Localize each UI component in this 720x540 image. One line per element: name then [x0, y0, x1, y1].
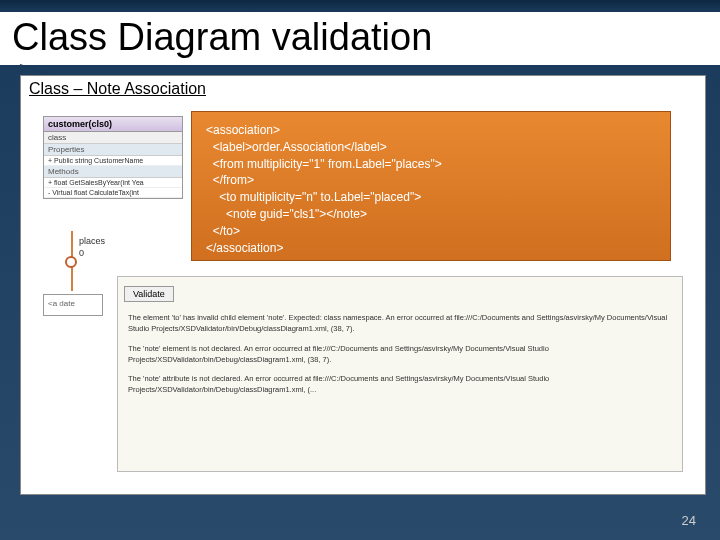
- code-line: <note guid="cls1"></note>: [206, 206, 656, 223]
- top-bar: [0, 0, 720, 12]
- association-endpoint: [65, 256, 77, 268]
- slide-title: Class Diagram validation: [0, 12, 720, 67]
- assoc-mult: 0: [79, 248, 84, 258]
- code-line: </to>: [206, 223, 656, 240]
- code-line: <from multiplicity="1" from.Label="place…: [206, 156, 656, 173]
- error-line: The 'note' attribute is not declared. An…: [128, 373, 672, 396]
- code-line: </association>: [206, 240, 656, 257]
- validation-panel: Validate The element 'to' has invalid ch…: [117, 276, 683, 472]
- assoc-label-places: places: [79, 236, 105, 246]
- methods-section: Methods: [44, 166, 182, 178]
- error-line: The element 'to' has invalid child eleme…: [128, 312, 672, 335]
- uml-note-box: <a date: [43, 294, 103, 316]
- class-stereotype: class: [44, 132, 182, 144]
- prop-item: + Public string CustomerName: [44, 156, 182, 166]
- subtitle: Class – Note Association: [21, 76, 705, 106]
- validate-button[interactable]: Validate: [124, 286, 174, 302]
- method-item: - Virtual float CalculateTax(int: [44, 188, 182, 198]
- code-line: <association>: [206, 122, 656, 139]
- content-area: Class – Note Association customer(cls0) …: [20, 75, 706, 495]
- method-item: + float GetSalesByYear(int Yea: [44, 178, 182, 188]
- error-line: The 'note' element is not declared. An e…: [128, 343, 672, 366]
- class-header: customer(cls0): [44, 117, 182, 132]
- page-number: 24: [682, 513, 696, 528]
- code-line: <to multiplicity="n" to.Label="placed">: [206, 189, 656, 206]
- xml-code-box: <association> <label>order.Association</…: [191, 111, 671, 261]
- error-output: The element 'to' has invalid child eleme…: [124, 310, 676, 406]
- code-line: </from>: [206, 172, 656, 189]
- uml-class-box: customer(cls0) class Properties + Public…: [43, 116, 183, 199]
- code-line: <label>order.Association</label>: [206, 139, 656, 156]
- props-section: Properties: [44, 144, 182, 156]
